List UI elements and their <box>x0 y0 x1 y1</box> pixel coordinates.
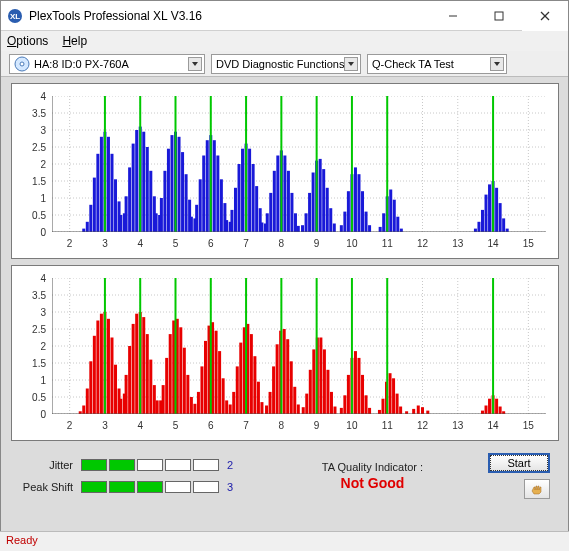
jitter-bar <box>81 459 221 471</box>
svg-rect-122 <box>396 217 399 232</box>
start-button[interactable]: Start <box>488 453 550 473</box>
segment <box>137 481 163 493</box>
svg-rect-241 <box>330 392 333 414</box>
hand-icon <box>530 483 544 495</box>
menu-options[interactable]: Options <box>7 34 48 48</box>
menu-help[interactable]: Help <box>62 34 87 48</box>
segment <box>109 459 135 471</box>
segment <box>165 459 191 471</box>
svg-rect-269 <box>499 407 502 414</box>
svg-rect-178 <box>110 338 113 415</box>
svg-rect-258 <box>399 407 402 414</box>
svg-rect-229 <box>286 339 289 414</box>
svg-rect-210 <box>218 351 221 414</box>
svg-rect-268 <box>495 399 498 414</box>
svg-rect-113 <box>357 174 360 232</box>
svg-rect-230 <box>290 361 293 414</box>
svg-rect-3 <box>495 12 503 20</box>
svg-rect-35 <box>96 154 99 232</box>
svg-rect-260 <box>412 409 415 414</box>
svg-rect-55 <box>160 198 163 232</box>
maximize-button[interactable] <box>476 1 522 31</box>
svg-rect-110 <box>347 191 350 232</box>
svg-rect-238 <box>319 338 322 415</box>
svg-rect-99 <box>305 213 308 232</box>
svg-rect-231 <box>293 387 296 414</box>
svg-rect-243 <box>340 408 343 414</box>
svg-rect-108 <box>340 225 343 232</box>
svg-rect-252 <box>378 410 381 414</box>
svg-rect-247 <box>354 351 357 414</box>
svg-rect-95 <box>290 193 293 232</box>
diagnostic-select[interactable]: DVD Diagnostic Functions <box>211 54 361 74</box>
svg-rect-73 <box>220 179 223 232</box>
chart-bottom-plot <box>52 278 546 414</box>
svg-rect-175 <box>100 314 103 414</box>
svg-rect-133 <box>506 229 509 232</box>
svg-rect-240 <box>326 370 329 414</box>
svg-rect-262 <box>421 407 424 414</box>
svg-rect-203 <box>193 404 196 414</box>
svg-rect-190 <box>149 360 152 414</box>
toolbar: HA:8 ID:0 PX-760A DVD Diagnostic Functio… <box>1 51 568 77</box>
svg-rect-194 <box>162 385 165 414</box>
svg-rect-115 <box>365 212 368 232</box>
svg-rect-66 <box>195 205 198 232</box>
chart-top: 00.511.522.533.54 23456789101112131415 <box>11 83 559 259</box>
svg-rect-84 <box>255 186 258 232</box>
svg-rect-112 <box>354 167 357 232</box>
svg-rect-125 <box>477 222 480 232</box>
svg-rect-196 <box>169 334 172 414</box>
options-button[interactable] <box>524 479 550 499</box>
svg-rect-177 <box>107 319 110 414</box>
svg-rect-172 <box>89 361 92 414</box>
svg-rect-128 <box>488 184 491 232</box>
peakshift-bar <box>81 481 221 493</box>
svg-rect-42 <box>119 215 122 232</box>
drive-select[interactable]: HA:8 ID:0 PX-760A <box>9 54 205 74</box>
svg-rect-220 <box>253 356 256 414</box>
svg-rect-124 <box>474 229 477 232</box>
svg-rect-209 <box>215 331 218 414</box>
svg-rect-34 <box>93 178 96 232</box>
chart-bottom-xaxis: 23456789101112131415 <box>52 420 546 434</box>
svg-rect-83 <box>252 164 255 232</box>
app-icon: XL <box>7 8 23 24</box>
svg-rect-114 <box>361 191 364 232</box>
svg-rect-255 <box>389 373 392 414</box>
svg-rect-221 <box>257 382 260 414</box>
ta-quality-label: TA Quality Indicator : <box>269 461 476 473</box>
minimize-button[interactable] <box>430 1 476 31</box>
titlebar: XL PlexTools Professional XL V3.16 <box>1 1 568 31</box>
svg-rect-67 <box>199 179 202 232</box>
svg-rect-101 <box>312 173 315 233</box>
svg-rect-215 <box>236 366 239 414</box>
svg-rect-116 <box>368 225 371 232</box>
jitter-label: Jitter <box>19 459 81 471</box>
test-select[interactable]: Q-Check TA Test <box>367 54 507 74</box>
svg-rect-78 <box>234 188 237 232</box>
svg-rect-46 <box>132 144 135 232</box>
svg-rect-96 <box>294 213 297 232</box>
close-button[interactable] <box>522 1 568 31</box>
svg-rect-106 <box>329 208 332 232</box>
svg-rect-58 <box>170 135 173 232</box>
segment <box>137 459 163 471</box>
svg-rect-90 <box>273 171 276 232</box>
svg-rect-75 <box>225 220 228 232</box>
svg-rect-223 <box>265 406 268 415</box>
svg-rect-89 <box>269 193 272 232</box>
svg-rect-226 <box>276 344 279 414</box>
svg-rect-184 <box>128 346 131 414</box>
svg-rect-57 <box>167 149 170 232</box>
svg-rect-186 <box>135 314 138 414</box>
svg-rect-189 <box>146 334 149 414</box>
svg-rect-60 <box>178 137 181 232</box>
svg-rect-71 <box>213 140 216 232</box>
chart-top-xaxis: 23456789101112131415 <box>52 238 546 252</box>
svg-rect-248 <box>357 358 360 414</box>
drive-select-value: HA:8 ID:0 PX-760A <box>34 58 129 70</box>
svg-rect-117 <box>379 227 382 232</box>
svg-rect-261 <box>417 406 420 415</box>
window-title: PlexTools Professional XL V3.16 <box>29 9 430 23</box>
